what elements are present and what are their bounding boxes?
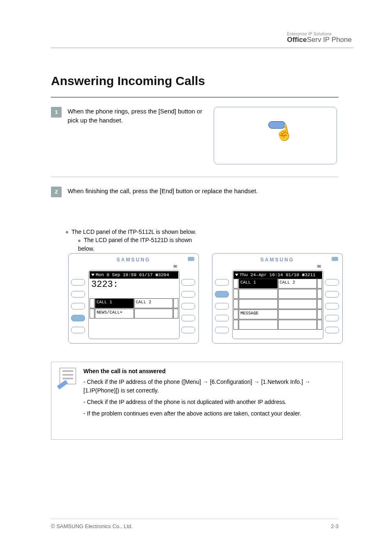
phone-itp-5112l: SAMSUNG ✉ Mon 8 Sep 18:59 01/17 ☎3204 32… (68, 253, 199, 344)
note-line-1: - Check if the IP address of the phone (… (83, 378, 337, 395)
section-title: Answering Incoming Calls (51, 74, 205, 88)
phone-lcd: ✉ Thu 24-Apr 16:14 01/10 ☎3211 CALL 1 CA… (232, 270, 323, 339)
note-box: When the call is not answered - Check if… (51, 362, 343, 440)
lcd-note-left: The LCD panel of the ITP-5112L is shown … (66, 228, 205, 236)
lcd-side-cell (317, 320, 322, 330)
header-logo: Enterprise IP Solutions OfficeServ IP Ph… (287, 32, 352, 43)
softkey-button[interactable] (215, 327, 229, 333)
phone-brand: SAMSUNG (212, 257, 342, 263)
lcd-side-cell (233, 289, 238, 299)
note-title: When the call is not answered (83, 367, 337, 376)
softkey-button[interactable] (71, 327, 85, 333)
softkey-button[interactable] (215, 291, 229, 298)
softkey-column-right (181, 279, 196, 339)
step-2-number: 2 (51, 187, 62, 197)
logo-tail: IP Phone (321, 36, 352, 44)
softkey-button[interactable] (325, 279, 339, 286)
phone-itp-5121d: SAMSUNG ✉ Thu 24-Apr 16:14 01/10 ☎3211 C… (212, 253, 343, 344)
softkey-column-left (215, 279, 230, 339)
footer-page-number: 2-3 (331, 523, 339, 529)
step-2-text: When finishing the call, press the [End]… (67, 187, 258, 196)
title-underline (51, 97, 339, 97)
phone-brand: SAMSUNG (69, 257, 198, 263)
softkey-button[interactable] (325, 315, 339, 321)
note-line-3: - If the problem continues even after th… (83, 409, 337, 418)
step-1-text: When the phone rings, press the [Send] b… (67, 107, 203, 125)
chevron-down-icon (91, 274, 95, 276)
softkey-button[interactable] (215, 279, 229, 286)
lcd-cell[interactable] (278, 320, 317, 330)
softkey-button[interactable] (181, 303, 195, 309)
softkey-button[interactable] (215, 315, 229, 321)
softkey-button[interactable] (71, 291, 85, 298)
softkey-button[interactable] (71, 315, 85, 321)
lcd-cell[interactable] (278, 309, 317, 319)
lcd-cell[interactable] (278, 299, 317, 309)
softkey-button[interactable] (181, 327, 195, 333)
softkey-button[interactable] (325, 291, 339, 298)
lcd-cell-call2[interactable]: CALL 2 (278, 279, 317, 289)
lcd-cell[interactable] (278, 289, 317, 299)
lcd-note-right-text: The LCD panel of the ITP-5121D is shown … (78, 237, 192, 252)
status-text: Thu 24-Apr 16:14 01/10 ☎3211 (240, 272, 316, 277)
softkey-button[interactable] (215, 303, 229, 309)
phone-lcd: ✉ Mon 8 Sep 18:59 01/17 ☎3204 3223: CALL… (88, 270, 180, 339)
logo-main: OfficeServ IP Phone (287, 36, 352, 43)
lcd-side-cell (233, 299, 238, 309)
lcd-side-cell (173, 298, 178, 308)
lcd-side-cell (233, 320, 238, 330)
logo-thin: Serv (307, 36, 321, 44)
softkey-column-right (325, 279, 340, 339)
footer-copyright: © SAMSUNG Electronics Co., Ltd. (51, 523, 133, 529)
lcd-side-cell (233, 309, 238, 319)
note-line-2: - Check if the IP address of the phone i… (83, 398, 337, 407)
status-text: Mon 8 Sep 18:59 01/17 ☎3204 (96, 272, 169, 277)
softkey-column-left (71, 279, 86, 339)
lcd-note-left-text: The LCD panel of the ITP-5112L is shown … (71, 229, 196, 235)
lcd-caller-line: 3223: (90, 279, 178, 298)
lcd-cell[interactable] (239, 320, 278, 330)
softkey-button[interactable] (71, 303, 85, 309)
notification-icon: ✉ (173, 264, 177, 269)
softkey-button[interactable] (181, 315, 195, 321)
lcd-status-bar: Mon 8 Sep 18:59 01/17 ☎3204 (90, 271, 178, 279)
softkey-button[interactable] (71, 279, 85, 286)
lcd-side-cell (317, 279, 322, 289)
button-press-panel: ☝ (214, 107, 337, 164)
softkey-button[interactable] (325, 327, 339, 333)
lcd-side-cell (233, 279, 238, 289)
lcd-cell-call1[interactable]: CALL 1 (239, 279, 278, 289)
header-rule (51, 48, 353, 48)
lcd-side-cell (173, 309, 178, 319)
lcd-cell-call2[interactable]: CALL 2 (134, 298, 173, 308)
page-footer: © SAMSUNG Electronics Co., Ltd. 2-3 (51, 519, 339, 529)
lcd-cell-message[interactable]: MESSAGE (239, 309, 278, 319)
softkey-button[interactable] (325, 303, 339, 309)
lcd-side-cell (317, 299, 322, 309)
lcd-status-bar: Thu 24-Apr 16:14 01/10 ☎3211 (233, 271, 322, 279)
lcd-cell[interactable] (239, 289, 278, 299)
logo-bold: Office (287, 36, 307, 44)
lcd-grid: CALL 1 CALL 2 MESSAGE (233, 279, 322, 330)
notification-icon: ✉ (317, 264, 321, 269)
lcd-cell-call1[interactable]: CALL 1 (95, 298, 134, 308)
lcd-cell-empty[interactable] (134, 309, 173, 319)
phone-led (188, 257, 194, 261)
lcd-cell-news[interactable]: NEWS/CALL+ (95, 309, 134, 319)
lcd-note-right: The LCD panel of the ITP-5121D is shown … (78, 236, 201, 253)
hand-pointer-icon: ☝ (274, 124, 295, 141)
lcd-side-cell (90, 309, 95, 319)
step-1-number: 1 (51, 107, 62, 118)
lcd-side-cell (317, 309, 322, 319)
softkey-button[interactable] (181, 279, 195, 286)
softkey-button[interactable] (181, 291, 195, 298)
step-divider (51, 177, 339, 177)
bullet-icon (78, 240, 81, 242)
phone-led (332, 257, 338, 261)
step-2: 2 When finishing the call, press the [En… (51, 187, 347, 197)
lcd-side-cell (90, 298, 95, 308)
step-2-notes: The LCD panel of the ITP-5112L is shown … (66, 228, 339, 253)
lcd-cell[interactable] (239, 299, 278, 309)
lcd-grid: CALL 1 CALL 2 NEWS/CALL+ (90, 298, 178, 319)
note-icon (56, 366, 78, 388)
